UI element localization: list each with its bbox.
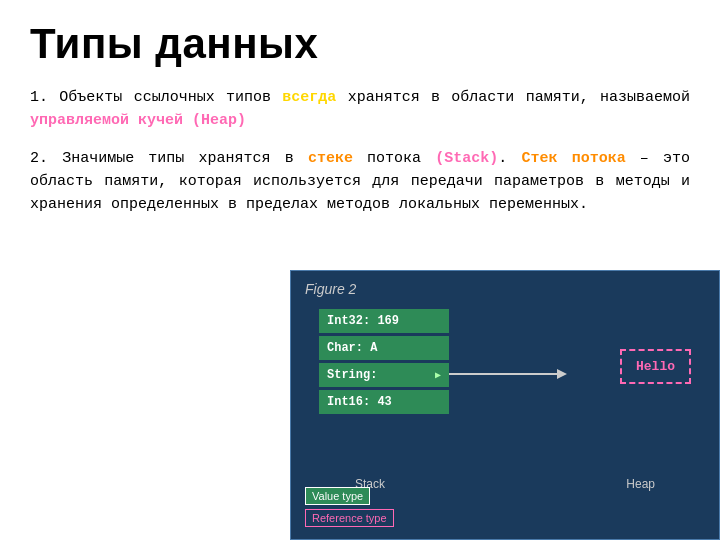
content-area: 1. Объекты ссылочных типов всегда хранят… [30, 86, 690, 216]
legend-value-type: Value type [305, 487, 394, 505]
p2-highlight1: стеке [308, 150, 353, 167]
stack-item-int16: Int16: 43 [319, 390, 449, 414]
heap-label: Heap [626, 477, 655, 491]
p2-text-after: . [498, 150, 521, 167]
p2-text-middle: потока [353, 150, 435, 167]
stack-item-int32: Int32: 169 [319, 309, 449, 333]
page-title: Типы данных [30, 20, 690, 68]
p2-text-before: 2. Значимые типы хранятся в [30, 150, 308, 167]
legend-reference-box: Reference type [305, 509, 394, 527]
paragraph-1: 1. Объекты ссылочных типов всегда хранят… [30, 86, 690, 133]
paragraph-2: 2. Значимые типы хранятся в стеке потока… [30, 147, 690, 217]
legend-reference-type: Reference type [305, 509, 394, 527]
p1-text-before: 1. Объекты ссылочных типов [30, 89, 282, 106]
figure-diagram: Int32: 169 Char: A String: ▶ Int16: 43 [305, 309, 705, 469]
svg-marker-1 [557, 369, 567, 379]
p1-highlight1: всегда [282, 89, 336, 106]
p2-highlight3: Стек потока [521, 150, 625, 167]
stack-item-char: Char: A [319, 336, 449, 360]
p1-text-middle: хранятся в области памяти, называемой [336, 89, 690, 106]
p1-highlight2: управляемой кучей (Heap) [30, 112, 246, 129]
legend: Value type Reference type [305, 487, 394, 527]
arrow-svg [449, 364, 569, 384]
legend-value-box: Value type [305, 487, 370, 505]
figure-title: Figure 2 [305, 281, 705, 297]
heap-value: Hello [636, 359, 675, 374]
heap-box: Hello [620, 349, 691, 384]
heap-section: Hello [620, 349, 691, 384]
stack-item-string: String: ▶ [319, 363, 449, 387]
p2-highlight2: (Stack) [435, 150, 498, 167]
stack-section: Int32: 169 Char: A String: ▶ Int16: 43 [319, 309, 449, 414]
figure-box: Figure 2 Int32: 169 Char: A String: ▶ In… [290, 270, 720, 540]
page: Типы данных 1. Объекты ссылочных типов в… [0, 0, 720, 540]
